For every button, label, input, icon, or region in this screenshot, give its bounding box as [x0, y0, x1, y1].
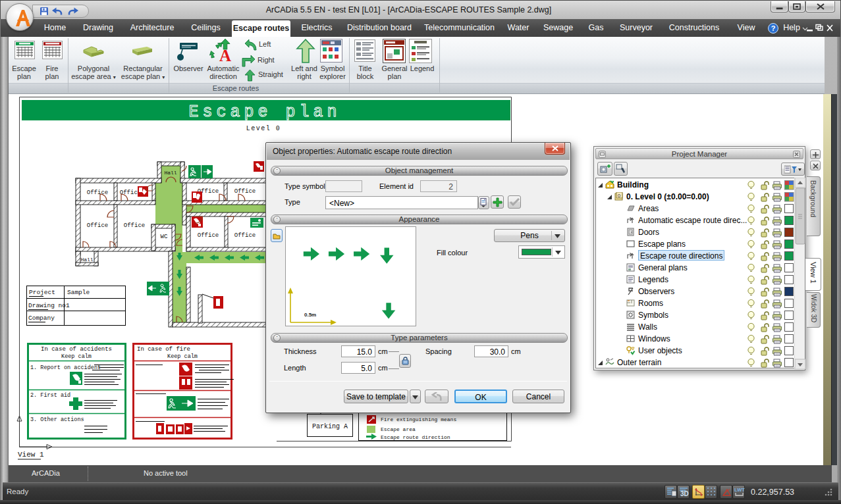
svg-text:LWT: LWT: [734, 487, 745, 493]
svg-text:Escape route direction: Escape route direction: [381, 434, 450, 440]
svg-text:A: A: [219, 47, 231, 63]
svg-text:Office: Office: [198, 232, 219, 239]
svg-text:In case of accidents: In case of accidents: [41, 346, 112, 353]
svg-text:Office: Office: [234, 232, 256, 239]
svg-text:Keep calm: Keep calm: [167, 353, 198, 360]
svg-text:Project: Project: [29, 289, 55, 296]
svg-text:Office: Office: [234, 188, 256, 195]
svg-text:Keep calm: Keep calm: [61, 353, 92, 360]
svg-text:3. Other actions: 3. Other actions: [30, 416, 84, 423]
svg-text:Sample: Sample: [67, 289, 90, 296]
svg-text:Escape area: Escape area: [381, 426, 416, 432]
svg-text:3D: 3D: [680, 490, 689, 497]
svg-text:1. Report on accident: 1. Report on accident: [30, 365, 101, 371]
svg-text:Hall: Hall: [164, 170, 176, 176]
svg-text:Parking A: Parking A: [312, 423, 348, 430]
svg-text:Office: Office: [87, 222, 108, 229]
svg-text:Office: Office: [124, 222, 145, 229]
svg-text:View 1: View 1: [18, 451, 44, 459]
svg-text:In case of fire: In case of fire: [137, 346, 190, 353]
svg-text:Level 0: Level 0: [246, 125, 281, 132]
svg-text:0: 0: [618, 193, 621, 199]
svg-text:0.5m: 0.5m: [304, 312, 316, 318]
svg-text:Office: Office: [87, 189, 108, 196]
svg-text:Hall: Hall: [80, 257, 93, 263]
svg-text:Escape plan: Escape plan: [188, 103, 340, 122]
svg-text:WC: WC: [161, 234, 168, 240]
svg-text:2. First aid: 2. First aid: [30, 392, 70, 399]
svg-text:Drawing no: Drawing no: [28, 302, 66, 309]
svg-text:1: 1: [66, 302, 70, 309]
svg-text:Fire extinguishing means: Fire extinguishing means: [381, 416, 456, 422]
svg-text:?: ?: [771, 24, 776, 32]
svg-text:Company: Company: [28, 315, 55, 322]
